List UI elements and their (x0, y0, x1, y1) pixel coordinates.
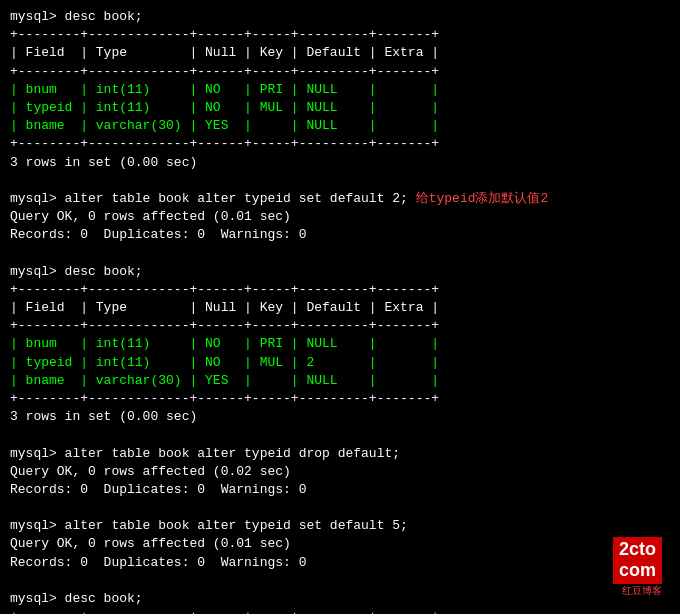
terminal-line-15: +--------+-------------+------+-----+---… (10, 281, 670, 299)
terminal-line-4: | bnum | int(11) | NO | PRI | NULL | | (10, 81, 670, 99)
terminal-line-14: mysql> desc book; (10, 263, 670, 281)
terminal-line-25: Query OK, 0 rows affected (0.02 sec) (10, 463, 670, 481)
terminal-line-13 (10, 244, 670, 262)
terminal-line-9 (10, 172, 670, 190)
terminal-line-6: | bname | varchar(30) | YES | | NULL | | (10, 117, 670, 135)
terminal-line-32: mysql> desc book; (10, 590, 670, 608)
terminal-line-12: Records: 0 Duplicates: 0 Warnings: 0 (10, 226, 670, 244)
terminal-line-20: | bname | varchar(30) | YES | | NULL | | (10, 372, 670, 390)
watermark: 2ctocom 红豆博客 (613, 537, 662, 598)
terminal-line-8: 3 rows in set (0.00 sec) (10, 154, 670, 172)
watermark-logo: 2ctocom (613, 537, 662, 584)
terminal-line-33: +--------+-------------+------+-----+---… (10, 608, 670, 614)
terminal-line-19: | typeid | int(11) | NO | MUL | 2 | | (10, 354, 670, 372)
terminal-line-23 (10, 426, 670, 444)
terminal: mysql> desc book;+--------+-------------… (10, 8, 670, 606)
terminal-line-30: Records: 0 Duplicates: 0 Warnings: 0 (10, 554, 670, 572)
terminal-line-10: mysql> alter table book alter typeid set… (10, 190, 670, 208)
terminal-line-24: mysql> alter table book alter typeid dro… (10, 445, 670, 463)
terminal-line-28: mysql> alter table book alter typeid set… (10, 517, 670, 535)
terminal-line-22: 3 rows in set (0.00 sec) (10, 408, 670, 426)
terminal-line-7: +--------+-------------+------+-----+---… (10, 135, 670, 153)
terminal-line-26: Records: 0 Duplicates: 0 Warnings: 0 (10, 481, 670, 499)
terminal-line-11: Query OK, 0 rows affected (0.01 sec) (10, 208, 670, 226)
terminal-line-0: mysql> desc book; (10, 8, 670, 26)
watermark-sub: 红豆博客 (622, 584, 662, 598)
terminal-line-18: | bnum | int(11) | NO | PRI | NULL | | (10, 335, 670, 353)
terminal-line-3: +--------+-------------+------+-----+---… (10, 63, 670, 81)
terminal-line-31 (10, 572, 670, 590)
terminal-line-17: +--------+-------------+------+-----+---… (10, 317, 670, 335)
terminal-line-27 (10, 499, 670, 517)
terminal-line-21: +--------+-------------+------+-----+---… (10, 390, 670, 408)
terminal-line-29: Query OK, 0 rows affected (0.01 sec) (10, 535, 670, 553)
terminal-line-5: | typeid | int(11) | NO | MUL | NULL | | (10, 99, 670, 117)
terminal-line-1: +--------+-------------+------+-----+---… (10, 26, 670, 44)
terminal-line-2: | Field | Type | Null | Key | Default | … (10, 44, 670, 62)
terminal-line-16: | Field | Type | Null | Key | Default | … (10, 299, 670, 317)
